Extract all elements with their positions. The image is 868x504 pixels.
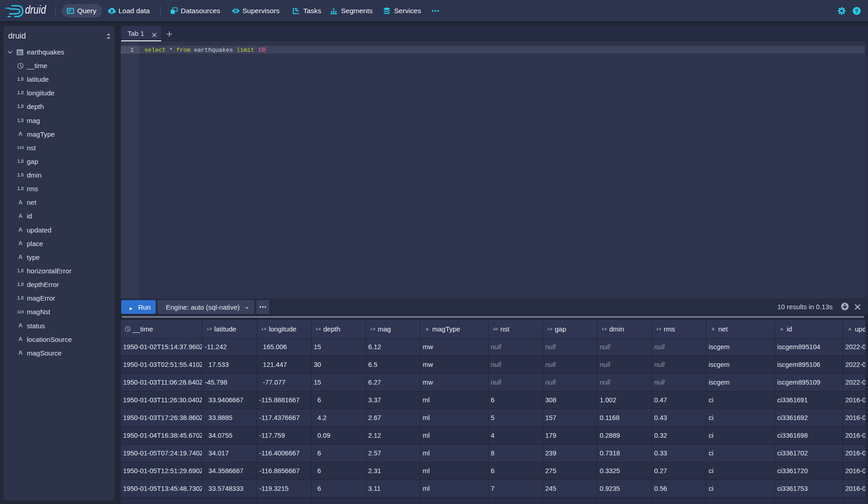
svg-text:?: ? xyxy=(855,8,858,15)
